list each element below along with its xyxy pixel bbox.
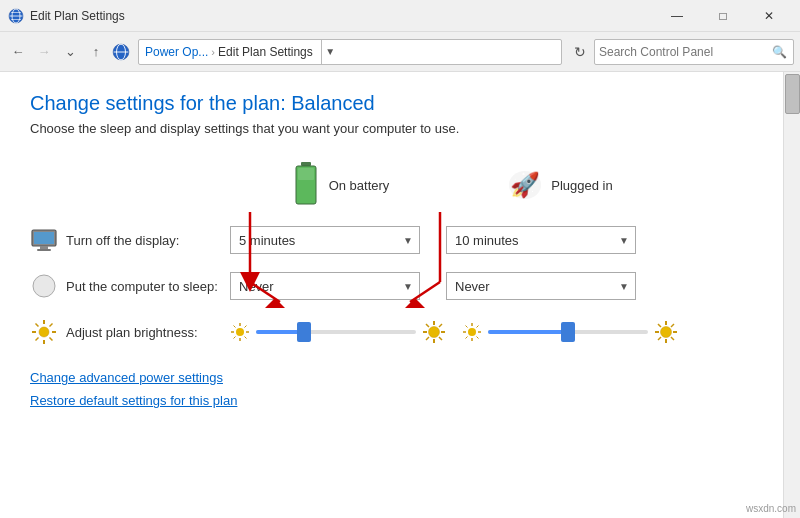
page-subtitle: Choose the sleep and display settings th… — [30, 121, 753, 136]
battery-header-label: On battery — [329, 178, 390, 193]
breadcrumb-current: Edit Plan Settings — [218, 45, 313, 59]
main-wrapper: Change settings for the plan: Balanced C… — [0, 72, 800, 518]
display-label: Turn off the display: — [66, 233, 179, 248]
address-dropdown-button[interactable]: ▼ — [321, 39, 339, 65]
svg-line-32 — [36, 338, 39, 341]
svg-point-17 — [33, 275, 55, 297]
sleep-plugged-value: Never — [455, 279, 490, 294]
maximize-button[interactable]: □ — [700, 0, 746, 32]
sleep-icon — [30, 272, 58, 300]
svg-line-48 — [439, 337, 442, 340]
svg-line-29 — [36, 324, 39, 327]
svg-line-59 — [466, 337, 468, 339]
sleep-battery-arrow: ▼ — [403, 281, 413, 292]
svg-point-51 — [468, 328, 476, 336]
sun-small-plugged — [462, 322, 482, 342]
sleep-battery-dropdown[interactable]: Never ▼ — [230, 272, 420, 300]
address-globe-icon — [112, 43, 130, 61]
refresh-button[interactable]: ↻ — [568, 40, 592, 64]
display-plugged-dropdown[interactable]: 10 minutes ▼ — [446, 226, 636, 254]
sleep-plugged-arrow: ▼ — [619, 281, 629, 292]
sun-large-battery — [422, 320, 446, 344]
svg-line-31 — [50, 324, 53, 327]
brightness-icon — [30, 318, 58, 346]
sleep-plugged-dropdown[interactable]: Never ▼ — [446, 272, 636, 300]
plugged-brightness-thumb[interactable] — [561, 322, 575, 342]
display-battery-dropdown[interactable]: 5 minutes ▼ — [230, 226, 420, 254]
page-title: Change settings for the plan: Balanced — [30, 92, 753, 115]
svg-rect-8 — [301, 162, 311, 166]
svg-line-40 — [245, 326, 247, 328]
brightness-label-area: Adjust plan brightness: — [30, 318, 230, 346]
scrollbar-track — [783, 72, 800, 518]
app-icon — [8, 8, 24, 24]
forward-button[interactable]: → — [32, 40, 56, 64]
svg-point-24 — [39, 327, 49, 337]
search-box[interactable]: 🔍 — [594, 39, 794, 65]
sleep-label: Put the computer to sleep: — [66, 279, 218, 294]
search-input[interactable] — [599, 45, 769, 59]
svg-rect-15 — [40, 246, 48, 249]
titlebar: Edit Plan Settings — □ ✕ — [0, 0, 800, 32]
bottom-links: Change advanced power settings Restore d… — [30, 370, 753, 408]
svg-line-50 — [426, 337, 429, 340]
restore-defaults-link[interactable]: Restore default settings for this plan — [30, 393, 753, 408]
scrollbar-thumb[interactable] — [785, 74, 800, 114]
svg-line-65 — [658, 324, 661, 327]
plugged-icon: 🚀 — [507, 167, 543, 203]
display-battery-arrow: ▼ — [403, 235, 413, 246]
brightness-controls — [230, 320, 678, 344]
plugged-brightness-fill — [488, 330, 568, 334]
svg-line-47 — [426, 324, 429, 327]
svg-line-68 — [658, 337, 661, 340]
svg-rect-10 — [298, 168, 314, 180]
svg-point-60 — [661, 327, 672, 338]
plugged-brightness-track — [488, 330, 648, 334]
display-controls: 5 minutes ▼ 10 minutes ▼ — [230, 226, 662, 254]
svg-point-33 — [236, 328, 244, 336]
display-icon — [30, 226, 58, 254]
red-arrow-annotation — [170, 202, 490, 332]
battery-brightness-track — [256, 330, 416, 334]
svg-line-57 — [477, 337, 479, 339]
svg-line-49 — [439, 324, 442, 327]
main-content: Change settings for the plan: Balanced C… — [0, 72, 783, 518]
breadcrumb-powerop[interactable]: Power Op... — [145, 45, 208, 59]
sleep-battery-value: Never — [239, 279, 274, 294]
svg-text:🚀: 🚀 — [510, 170, 540, 199]
svg-line-30 — [50, 338, 53, 341]
minimize-button[interactable]: — — [654, 0, 700, 32]
plugged-header: 🚀 Plugged in — [450, 167, 670, 203]
dropdown-history-button[interactable]: ⌄ — [58, 40, 82, 64]
plugged-brightness-section — [462, 320, 678, 344]
sleep-controls: Never ▼ Never ▼ — [230, 272, 662, 300]
battery-brightness-thumb[interactable] — [297, 322, 311, 342]
sun-small-battery — [230, 322, 250, 342]
display-plugged-arrow: ▼ — [619, 235, 629, 246]
advanced-settings-link[interactable]: Change advanced power settings — [30, 370, 753, 385]
display-row: Turn off the display: 5 minutes ▼ 10 min… — [30, 226, 753, 254]
window-controls: — □ ✕ — [654, 0, 792, 32]
svg-line-39 — [245, 337, 247, 339]
svg-rect-14 — [34, 232, 54, 244]
brightness-row: Adjust plan brightness: — [30, 318, 753, 346]
window-title: Edit Plan Settings — [30, 9, 654, 23]
up-button[interactable]: ↑ — [84, 40, 108, 64]
battery-icon — [291, 160, 321, 210]
address-bar[interactable]: Power Op... › Edit Plan Settings ▼ — [138, 39, 562, 65]
svg-line-38 — [234, 326, 236, 328]
back-button[interactable]: ← — [6, 40, 30, 64]
svg-line-56 — [466, 326, 468, 328]
navbar: ← → ⌄ ↑ Power Op... › Edit Plan Settings… — [0, 32, 800, 72]
display-battery-value: 5 minutes — [239, 233, 295, 248]
svg-line-41 — [234, 337, 236, 339]
svg-point-42 — [429, 327, 440, 338]
search-button[interactable]: 🔍 — [769, 42, 789, 62]
settings-table: Turn off the display: 5 minutes ▼ 10 min… — [30, 226, 753, 346]
display-label-area: Turn off the display: — [30, 226, 230, 254]
battery-brightness-section — [230, 320, 446, 344]
svg-line-66 — [671, 337, 674, 340]
close-button[interactable]: ✕ — [746, 0, 792, 32]
battery-header: On battery — [230, 160, 450, 210]
plugged-header-label: Plugged in — [551, 178, 612, 193]
